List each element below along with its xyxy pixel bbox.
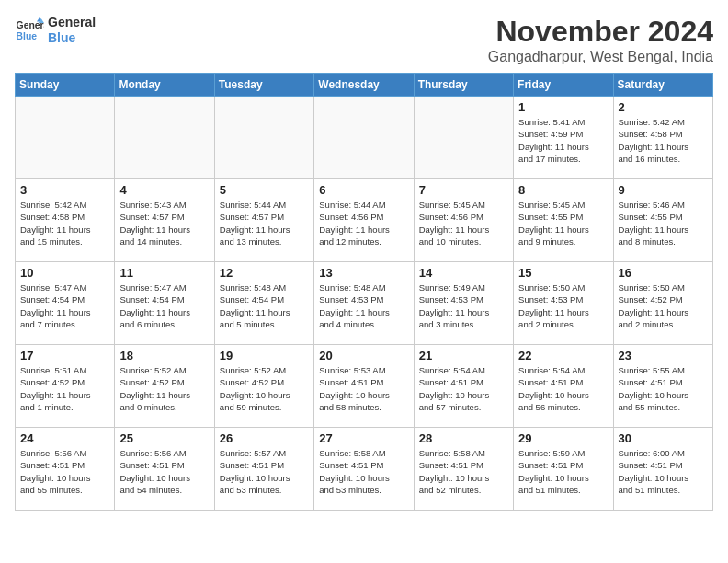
calendar-cell: 26Sunrise: 5:57 AM Sunset: 4:51 PM Dayli… bbox=[214, 428, 313, 511]
calendar-cell: 24Sunrise: 5:56 AM Sunset: 4:51 PM Dayli… bbox=[16, 428, 115, 511]
calendar-cell: 7Sunrise: 5:45 AM Sunset: 4:56 PM Daylig… bbox=[414, 179, 513, 262]
day-info: Sunrise: 5:55 AM Sunset: 4:51 PM Dayligh… bbox=[619, 364, 708, 413]
day-number: 7 bbox=[419, 183, 508, 197]
day-number: 15 bbox=[518, 266, 608, 280]
day-number: 22 bbox=[518, 349, 608, 362]
day-number: 4 bbox=[119, 183, 209, 197]
day-info: Sunrise: 5:54 AM Sunset: 4:51 PM Dayligh… bbox=[518, 364, 608, 413]
day-info: Sunrise: 5:56 AM Sunset: 4:51 PM Dayligh… bbox=[119, 447, 209, 496]
calendar-table: SundayMondayTuesdayWednesdayThursdayFrid… bbox=[15, 73, 713, 511]
day-number: 19 bbox=[220, 349, 309, 362]
day-number: 27 bbox=[319, 431, 408, 445]
day-info: Sunrise: 5:45 AM Sunset: 4:56 PM Dayligh… bbox=[419, 199, 508, 247]
day-info: Sunrise: 5:52 AM Sunset: 4:52 PM Dayligh… bbox=[119, 364, 209, 413]
day-number: 17 bbox=[20, 349, 109, 362]
calendar-cell: 14Sunrise: 5:49 AM Sunset: 4:53 PM Dayli… bbox=[414, 262, 513, 345]
day-number: 26 bbox=[220, 431, 309, 445]
calendar-header-saturday: Saturday bbox=[613, 74, 712, 97]
calendar-cell: 28Sunrise: 5:58 AM Sunset: 4:51 PM Dayli… bbox=[414, 428, 513, 511]
calendar-cell: 29Sunrise: 5:59 AM Sunset: 4:51 PM Dayli… bbox=[514, 428, 613, 511]
calendar-cell bbox=[414, 97, 513, 179]
day-info: Sunrise: 5:48 AM Sunset: 4:54 PM Dayligh… bbox=[220, 282, 309, 330]
day-number: 25 bbox=[119, 431, 209, 445]
calendar-cell: 20Sunrise: 5:53 AM Sunset: 4:51 PM Dayli… bbox=[314, 345, 414, 428]
calendar-cell: 2Sunrise: 5:42 AM Sunset: 4:58 PM Daylig… bbox=[613, 97, 712, 179]
day-number: 28 bbox=[419, 431, 508, 445]
calendar-week-row: 10Sunrise: 5:47 AM Sunset: 4:54 PM Dayli… bbox=[16, 262, 713, 345]
calendar-cell: 21Sunrise: 5:54 AM Sunset: 4:51 PM Dayli… bbox=[414, 345, 513, 428]
day-number: 18 bbox=[119, 349, 209, 362]
calendar-cell bbox=[214, 97, 313, 179]
day-info: Sunrise: 5:43 AM Sunset: 4:57 PM Dayligh… bbox=[119, 199, 209, 247]
calendar-cell: 9Sunrise: 5:46 AM Sunset: 4:55 PM Daylig… bbox=[613, 179, 712, 262]
calendar-week-row: 17Sunrise: 5:51 AM Sunset: 4:52 PM Dayli… bbox=[16, 345, 713, 428]
day-number: 6 bbox=[319, 183, 408, 197]
calendar-header-friday: Friday bbox=[514, 74, 613, 97]
day-info: Sunrise: 5:47 AM Sunset: 4:54 PM Dayligh… bbox=[119, 282, 209, 330]
calendar-cell: 5Sunrise: 5:44 AM Sunset: 4:57 PM Daylig… bbox=[214, 179, 313, 262]
day-number: 24 bbox=[20, 431, 109, 445]
day-info: Sunrise: 5:42 AM Sunset: 4:58 PM Dayligh… bbox=[619, 116, 708, 165]
day-info: Sunrise: 5:42 AM Sunset: 4:58 PM Dayligh… bbox=[20, 199, 109, 247]
day-info: Sunrise: 5:56 AM Sunset: 4:51 PM Dayligh… bbox=[20, 447, 109, 496]
day-number: 30 bbox=[619, 431, 708, 445]
calendar-cell: 17Sunrise: 5:51 AM Sunset: 4:52 PM Dayli… bbox=[16, 345, 115, 428]
calendar-cell: 22Sunrise: 5:54 AM Sunset: 4:51 PM Dayli… bbox=[514, 345, 613, 428]
day-number: 3 bbox=[20, 183, 109, 197]
calendar-cell: 4Sunrise: 5:43 AM Sunset: 4:57 PM Daylig… bbox=[115, 179, 214, 262]
calendar-cell: 13Sunrise: 5:48 AM Sunset: 4:53 PM Dayli… bbox=[314, 262, 414, 345]
page-header: General Blue General Blue November 2024 … bbox=[15, 15, 713, 65]
day-number: 2 bbox=[619, 100, 708, 114]
day-number: 8 bbox=[518, 183, 608, 197]
calendar-cell: 12Sunrise: 5:48 AM Sunset: 4:54 PM Dayli… bbox=[214, 262, 313, 345]
day-number: 5 bbox=[220, 183, 309, 197]
day-number: 14 bbox=[419, 266, 508, 280]
day-info: Sunrise: 5:46 AM Sunset: 4:55 PM Dayligh… bbox=[619, 199, 708, 247]
svg-text:Blue: Blue bbox=[17, 30, 38, 40]
calendar-cell bbox=[314, 97, 414, 179]
calendar-header-row: SundayMondayTuesdayWednesdayThursdayFrid… bbox=[16, 74, 713, 97]
day-info: Sunrise: 5:59 AM Sunset: 4:51 PM Dayligh… bbox=[518, 447, 608, 496]
month-title: November 2024 bbox=[488, 15, 713, 49]
calendar-cell: 15Sunrise: 5:50 AM Sunset: 4:53 PM Dayli… bbox=[514, 262, 613, 345]
calendar-cell: 27Sunrise: 5:58 AM Sunset: 4:51 PM Dayli… bbox=[314, 428, 414, 511]
day-info: Sunrise: 5:58 AM Sunset: 4:51 PM Dayligh… bbox=[319, 447, 408, 496]
calendar-cell: 3Sunrise: 5:42 AM Sunset: 4:58 PM Daylig… bbox=[16, 179, 115, 262]
day-info: Sunrise: 6:00 AM Sunset: 4:51 PM Dayligh… bbox=[619, 447, 708, 496]
day-number: 11 bbox=[119, 266, 209, 280]
calendar-cell: 6Sunrise: 5:44 AM Sunset: 4:56 PM Daylig… bbox=[314, 179, 414, 262]
day-info: Sunrise: 5:49 AM Sunset: 4:53 PM Dayligh… bbox=[419, 282, 508, 330]
calendar-header-wednesday: Wednesday bbox=[314, 74, 414, 97]
calendar-cell: 8Sunrise: 5:45 AM Sunset: 4:55 PM Daylig… bbox=[514, 179, 613, 262]
day-info: Sunrise: 5:57 AM Sunset: 4:51 PM Dayligh… bbox=[220, 447, 309, 496]
calendar-cell: 1Sunrise: 5:41 AM Sunset: 4:59 PM Daylig… bbox=[514, 97, 613, 179]
day-info: Sunrise: 5:45 AM Sunset: 4:55 PM Dayligh… bbox=[518, 199, 608, 247]
calendar-header-thursday: Thursday bbox=[414, 74, 513, 97]
day-number: 29 bbox=[518, 431, 608, 445]
calendar-cell: 11Sunrise: 5:47 AM Sunset: 4:54 PM Dayli… bbox=[115, 262, 214, 345]
calendar-header-tuesday: Tuesday bbox=[214, 74, 313, 97]
day-info: Sunrise: 5:44 AM Sunset: 4:56 PM Dayligh… bbox=[319, 199, 408, 247]
logo-line2: Blue bbox=[48, 30, 96, 46]
day-info: Sunrise: 5:58 AM Sunset: 4:51 PM Dayligh… bbox=[419, 447, 508, 496]
day-info: Sunrise: 5:52 AM Sunset: 4:52 PM Dayligh… bbox=[220, 364, 309, 413]
day-number: 21 bbox=[419, 349, 508, 362]
logo: General Blue General Blue bbox=[15, 15, 96, 46]
title-block: November 2024 Gangadharpur, West Bengal,… bbox=[488, 15, 713, 65]
day-info: Sunrise: 5:44 AM Sunset: 4:57 PM Dayligh… bbox=[220, 199, 309, 247]
calendar-cell: 30Sunrise: 6:00 AM Sunset: 4:51 PM Dayli… bbox=[613, 428, 712, 511]
day-number: 23 bbox=[619, 349, 708, 362]
calendar-header-monday: Monday bbox=[115, 74, 214, 97]
calendar-cell: 16Sunrise: 5:50 AM Sunset: 4:52 PM Dayli… bbox=[613, 262, 712, 345]
calendar-cell bbox=[16, 97, 115, 179]
day-info: Sunrise: 5:50 AM Sunset: 4:53 PM Dayligh… bbox=[518, 282, 608, 330]
day-number: 1 bbox=[518, 100, 608, 114]
calendar-cell: 19Sunrise: 5:52 AM Sunset: 4:52 PM Dayli… bbox=[214, 345, 313, 428]
day-info: Sunrise: 5:50 AM Sunset: 4:52 PM Dayligh… bbox=[619, 282, 708, 330]
day-info: Sunrise: 5:51 AM Sunset: 4:52 PM Dayligh… bbox=[20, 364, 109, 413]
day-number: 12 bbox=[220, 266, 309, 280]
calendar-cell: 23Sunrise: 5:55 AM Sunset: 4:51 PM Dayli… bbox=[613, 345, 712, 428]
day-info: Sunrise: 5:48 AM Sunset: 4:53 PM Dayligh… bbox=[319, 282, 408, 330]
calendar-week-row: 24Sunrise: 5:56 AM Sunset: 4:51 PM Dayli… bbox=[16, 428, 713, 511]
calendar-cell bbox=[115, 97, 214, 179]
